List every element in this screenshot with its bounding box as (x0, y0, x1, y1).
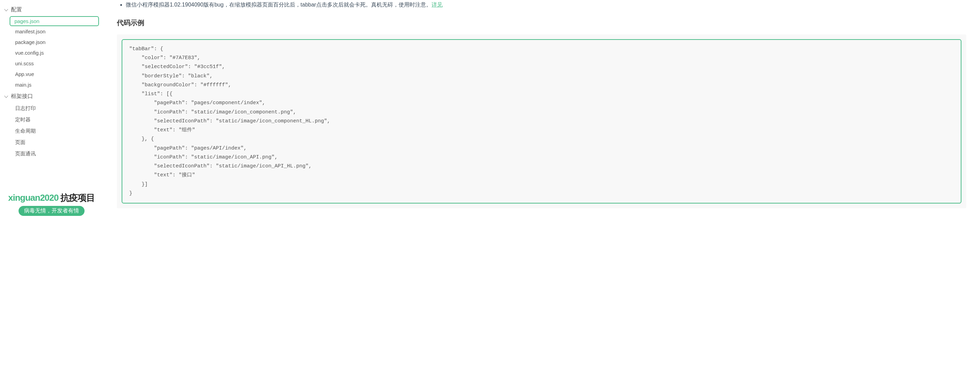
sidebar-item-label: 日志打印 (15, 105, 36, 111)
sidebar-item-vue-config-js[interactable]: vue.config.js (0, 48, 103, 58)
sidebar-item-label: uni.scss (15, 60, 34, 66)
sidebar-item-label: App.vue (15, 71, 34, 77)
sidebar-item-label: manifest.json (15, 29, 45, 34)
sidebar-item-log[interactable]: 日志打印 (0, 103, 103, 114)
code-block-highlight: "tabBar": { "color": "#7A7E83", "selecte… (122, 39, 961, 204)
sidebar-item-timer[interactable]: 定时器 (0, 114, 103, 126)
sidebar-item-label: 生命周期 (15, 128, 36, 134)
promo-badge: 病毒无情，开发者有情 (19, 206, 84, 216)
sidebar-section-title: 配置 (11, 6, 22, 13)
promo-brand: xinguan2020 (8, 192, 59, 203)
sidebar-item-label: 页面 (15, 139, 25, 145)
sidebar-item-manifest-json[interactable]: manifest.json (0, 26, 103, 37)
note-text: 微信小程序模拟器1.02.1904090版有bug，在缩放模拟器页面百分比后，t… (126, 2, 431, 8)
promo-banner[interactable]: xinguan2020抗疫项目 病毒无情，开发者有情 (0, 188, 103, 222)
note-item: 微信小程序模拟器1.02.1904090版有bug，在缩放模拟器页面百分比后，t… (126, 0, 966, 10)
sidebar: 配置 pages.json manifest.json package.json… (0, 0, 103, 222)
promo-rest: 抗疫项目 (60, 192, 95, 203)
chevron-down-icon (4, 7, 8, 11)
sidebar-item-uni-scss[interactable]: uni.scss (0, 58, 103, 69)
sidebar-item-page[interactable]: 页面 (0, 137, 103, 148)
sidebar-item-label: 页面通讯 (15, 151, 36, 156)
sidebar-item-lifecycle[interactable]: 生命周期 (0, 126, 103, 137)
chevron-down-icon (4, 94, 8, 98)
sidebar-item-label: package.json (15, 39, 45, 45)
sidebar-item-package-json[interactable]: package.json (0, 37, 103, 48)
note-link[interactable]: 详见 (431, 2, 442, 8)
note-list: 微信小程序模拟器1.02.1904090版有bug，在缩放模拟器页面百分比后，t… (117, 0, 966, 10)
sidebar-item-main-js[interactable]: main.js (0, 80, 103, 90)
sidebar-item-page-comm[interactable]: 页面通讯 (0, 148, 103, 159)
main-content: 微信小程序模拟器1.02.1904090版有bug，在缩放模拟器页面百分比后，t… (103, 0, 980, 222)
sidebar-section-config[interactable]: 配置 (0, 3, 103, 16)
sidebar-item-label: pages.json (14, 18, 40, 24)
code-block[interactable]: "tabBar": { "color": "#7A7E83", "selecte… (123, 40, 961, 203)
sidebar-section-title: 框架接口 (11, 93, 33, 100)
sidebar-item-label: 定时器 (15, 116, 30, 123)
sidebar-item-label: vue.config.js (15, 50, 44, 56)
code-block-wrapper: "tabBar": { "color": "#7A7E83", "selecte… (117, 34, 966, 208)
promo-title: xinguan2020抗疫项目 (0, 192, 103, 204)
sidebar-nav: 配置 pages.json manifest.json package.json… (0, 3, 103, 188)
sidebar-item-pages-json[interactable]: pages.json (10, 16, 99, 26)
section-heading: 代码示例 (117, 18, 966, 27)
sidebar-item-app-vue[interactable]: App.vue (0, 69, 103, 80)
sidebar-section-framework-api[interactable]: 框架接口 (0, 90, 103, 103)
sidebar-item-label: main.js (15, 82, 32, 88)
